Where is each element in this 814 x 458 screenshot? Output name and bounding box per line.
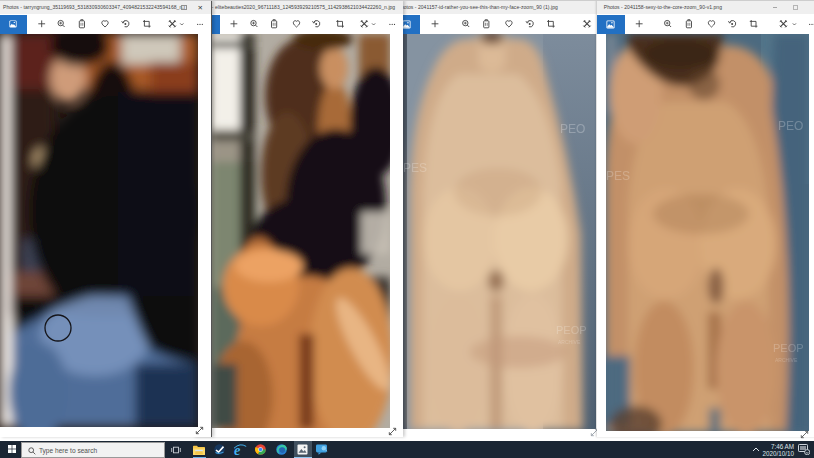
- svg-text:ARCHIVE: ARCHIVE: [775, 357, 798, 363]
- svg-text:PEOP: PEOP: [773, 342, 804, 354]
- svg-text:PEOP: PEOP: [556, 324, 587, 336]
- svg-text:PEO: PEO: [778, 119, 803, 133]
- svg-text:PEO: PEO: [560, 122, 585, 136]
- svg-text:ARCHIVE: ARCHIVE: [558, 339, 581, 345]
- svg-text:PES: PES: [403, 161, 427, 175]
- svg-text:PES: PES: [606, 169, 630, 183]
